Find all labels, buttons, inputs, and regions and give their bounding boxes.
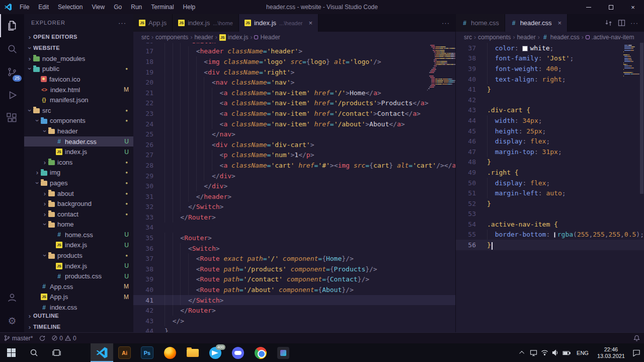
code-line-42[interactable]: 42 xyxy=(456,95,644,105)
close-button[interactable]: × xyxy=(622,0,644,14)
tab-App.js[interactable]: JSApp.js xyxy=(133,14,173,32)
code-line-44[interactable]: 44width: 34px; xyxy=(456,115,644,126)
code-line-19[interactable]: 19<div className='right'> xyxy=(133,67,455,78)
breadcrumb-item[interactable]: header xyxy=(517,34,535,41)
taskbar-search-button[interactable] xyxy=(23,343,45,362)
code-line-31[interactable]: 31</header> xyxy=(133,191,455,202)
menu-terminal[interactable]: Terminal xyxy=(146,0,178,14)
menu-view[interactable]: View xyxy=(87,0,109,14)
tree-folder-products[interactable]: ›products● xyxy=(24,250,133,261)
breadcrumb-item[interactable]: header xyxy=(194,34,213,41)
task-view-button[interactable] xyxy=(45,343,68,362)
code-line-38[interactable]: 38font-family: 'Jost'; xyxy=(456,53,644,64)
problems-item[interactable]: 0 0 xyxy=(52,335,76,342)
sidebar-more-icon[interactable]: ··· xyxy=(118,19,126,27)
tree-folder-about[interactable]: ›about● xyxy=(24,188,133,199)
tree-file-index.js[interactable]: JSindex.jsU xyxy=(24,261,133,271)
maximize-button[interactable] xyxy=(600,0,622,14)
code-line-46[interactable]: 46display: flex; xyxy=(456,136,644,147)
menu-run[interactable]: Run xyxy=(126,0,146,14)
notifications-bell[interactable] xyxy=(633,335,640,341)
menu-selection[interactable]: Selection xyxy=(53,0,87,14)
code-line-21[interactable]: 21<a className='nav-item' href='/'>Home<… xyxy=(133,88,455,98)
menu-help[interactable]: Help xyxy=(179,0,200,14)
tree-folder-img[interactable]: ›img● xyxy=(24,168,133,178)
tree-folder-components[interactable]: ›components● xyxy=(24,116,133,126)
code-line-27[interactable]: 27<p className='num'>1</p> xyxy=(133,150,455,161)
project-root-section[interactable]: › WEBSITE xyxy=(24,42,133,53)
tree-file-index.js[interactable]: JSindex.jsU xyxy=(24,147,133,157)
code-line-36[interactable]: 36<Switch> xyxy=(133,243,455,254)
timeline-section[interactable]: › TIMELINE xyxy=(24,321,133,332)
tree-file-products.css[interactable]: #products.cssU xyxy=(24,271,133,281)
taskbar-photoshop-button[interactable]: Ps xyxy=(136,343,158,362)
minimap-right[interactable] xyxy=(623,45,639,77)
breadcrumb-item[interactable]: #header.css xyxy=(542,34,580,41)
tree-folder-contact[interactable]: ›contact● xyxy=(24,209,133,220)
split-editor-icon[interactable] xyxy=(616,18,627,29)
code-line-55[interactable]: 55border-bottom: rgba(255,255,255,0.5); xyxy=(456,230,644,240)
tree-file-home.css[interactable]: #home.cssU xyxy=(24,230,133,240)
code-line-37[interactable]: 37<Route exact path='/' component={Home}… xyxy=(133,253,455,264)
tree-file-index.js[interactable]: JSindex.jsU xyxy=(24,240,133,251)
open-changes-icon[interactable] xyxy=(603,18,614,29)
taskbar-firefox-button[interactable] xyxy=(158,343,181,362)
code-line-35[interactable]: 35<Router> xyxy=(133,233,455,243)
code-line-28[interactable]: 28<a className='cart' href='#'><img src=… xyxy=(133,160,455,171)
minimap-left[interactable] xyxy=(427,45,455,91)
code-line-47[interactable]: 47margin-top: 31px; xyxy=(456,147,644,157)
language-indicator[interactable]: ENG xyxy=(572,350,593,356)
more-actions-icon[interactable]: ··· xyxy=(629,18,640,29)
scrollbar-right[interactable] xyxy=(639,43,644,332)
code-line-43[interactable]: 43</> xyxy=(133,316,455,326)
code-line-45[interactable]: 45height: 25px; xyxy=(456,126,644,136)
code-line-43[interactable]: 43.div-cart { xyxy=(456,105,644,116)
breadcrumb-item[interactable]: src xyxy=(141,34,149,41)
code-line-53[interactable]: 53 xyxy=(456,209,644,220)
taskbar-telegram-button[interactable]: 400 xyxy=(204,343,226,362)
tree-folder-src[interactable]: ›src● xyxy=(24,105,133,116)
sync-button[interactable] xyxy=(39,335,45,341)
taskbar-illustrator-button[interactable]: Ai xyxy=(113,343,136,362)
code-editor-left[interactable]: 16<Switch>17<header className='header'>1… xyxy=(133,43,455,332)
tree-file-manifest.json[interactable]: {}manifest.json xyxy=(24,95,133,105)
tree-folder-icons[interactable]: ›icons● xyxy=(24,157,133,168)
git-branch-item[interactable]: master* xyxy=(4,335,33,342)
taskbar-explorer-button[interactable] xyxy=(181,343,204,362)
tree-folder-header[interactable]: ›header xyxy=(24,126,133,136)
code-line-42[interactable]: 42</Router> xyxy=(133,305,455,316)
minimize-button[interactable] xyxy=(578,0,600,14)
open-editors-section[interactable]: › OPEN EDITORS xyxy=(24,31,133,42)
code-line-39[interactable]: 39font-weight: 400; xyxy=(456,63,644,74)
code-line-30[interactable]: 30</div> xyxy=(133,181,455,191)
tab-index.js[interactable]: JSindex.js...\home xyxy=(173,14,239,32)
volume-tray-icon[interactable] xyxy=(550,343,561,362)
settings-gear-icon[interactable]: ⚙ xyxy=(0,309,24,332)
tab-home.css[interactable]: #home.css xyxy=(456,14,505,32)
breadcrumb-item[interactable]: src xyxy=(464,34,472,41)
search-icon[interactable] xyxy=(0,37,24,60)
code-line-44[interactable]: 44} xyxy=(133,326,455,332)
taskbar-app-button[interactable] xyxy=(272,343,294,362)
menu-go[interactable]: Go xyxy=(109,0,126,14)
battery-tray-icon[interactable] xyxy=(561,343,572,362)
code-line-54[interactable]: 54.active-nav-item { xyxy=(456,219,644,230)
code-line-51[interactable]: 51margin-left: auto; xyxy=(456,188,644,198)
scrollbar-thumb[interactable] xyxy=(640,43,643,194)
code-line-24[interactable]: 24<a className='nav-item' href='/about'>… xyxy=(133,119,455,129)
tree-file-header.css[interactable]: #header.cssU xyxy=(24,136,133,147)
code-line-40[interactable]: 40<Route path='/about' component={About}… xyxy=(133,284,455,295)
taskbar-vscode-button[interactable] xyxy=(91,343,113,362)
breadcrumb-item[interactable]: components xyxy=(155,34,188,41)
code-line-37[interactable]: 37color: white; xyxy=(456,43,644,53)
code-line-41[interactable]: 41</Switch> xyxy=(133,295,455,306)
start-button[interactable] xyxy=(0,343,23,362)
code-line-39[interactable]: 39<Route path='/contact' component={Cont… xyxy=(133,274,455,285)
code-line-29[interactable]: 29</div> xyxy=(133,171,455,181)
close-tab-icon[interactable]: × xyxy=(309,19,313,27)
code-editor-right[interactable]: 37color: white;38font-family: 'Jost';39f… xyxy=(456,43,644,332)
tab-index.js[interactable]: JSindex.js...\header× xyxy=(239,14,318,32)
code-line-41[interactable]: 41} xyxy=(456,84,644,95)
close-tab-icon[interactable]: × xyxy=(558,19,562,27)
code-line-50[interactable]: 50display: flex; xyxy=(456,178,644,188)
